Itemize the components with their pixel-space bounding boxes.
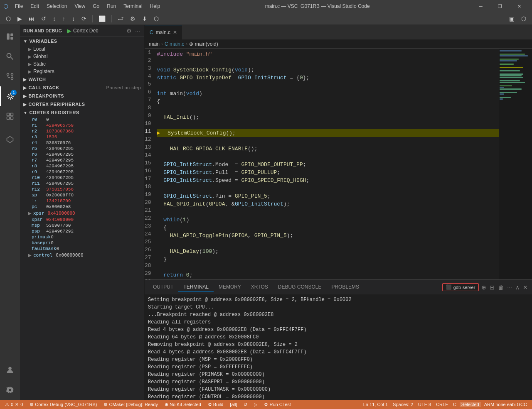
breadcrumb-file[interactable]: C main.c [165,41,184,47]
code-line-15[interactable]: GPIO_InitStruct.Mode = GPIO_MODE_OUTPUT_… [157,161,499,169]
code-line-9[interactable]: HAL_Init(); [157,113,499,121]
code-line-14[interactable] [157,153,499,161]
tab-memory[interactable]: MEMORY [214,282,246,292]
minimize-button[interactable]: ─ [471,0,490,12]
tab-xrtos[interactable]: XRTOS [246,282,273,292]
code-line-23[interactable]: { [157,224,499,232]
status-build[interactable]: ⚙ Build [206,402,225,407]
play-icon[interactable]: ▶ [67,27,71,34]
menu-terminal[interactable]: Terminal [120,2,145,10]
tab-debug-console[interactable]: DEBUG CONSOLE [273,282,327,292]
code-line-7[interactable]: { [157,98,499,105]
menu-edit[interactable]: Edit [27,2,42,10]
register-item-r3[interactable]: r3 1536 [20,134,144,140]
status-errors[interactable]: ⚠ 0 ✕ 0 [3,402,25,407]
registers-item[interactable]: ▶ Registers [20,68,144,75]
breadcrumb-main[interactable]: main [149,41,160,47]
toolbar-btn-2[interactable]: ▶ [15,14,25,23]
extra-register-item-primask[interactable]: primask 0 [20,234,144,240]
register-item-r10[interactable]: r10 4294967295 [20,175,144,181]
status-cmake[interactable]: ⚙ CMake: [Debug]: Ready [102,402,159,407]
code-line-11[interactable]: ▶ SystemClock_Config(); [157,129,499,137]
register-item-r11[interactable]: r11 4294967295 [20,181,144,186]
register-item-r1[interactable]: r1 4294965759 [20,122,144,128]
menu-view[interactable]: View [71,2,89,10]
code-line-17[interactable]: GPIO_InitStruct.Speed = GPIO_SPEED_FREQ_… [157,176,499,184]
terminal-close-btn[interactable]: ✕ [522,283,529,291]
code-line-18[interactable] [157,184,499,192]
terminal-more-btn[interactable]: ··· [506,283,513,291]
watch-section[interactable]: ▶ WATCH [20,75,144,83]
register-item-sp[interactable]: sp 0x20008ff0 [20,192,144,198]
toolbar-btn-5[interactable]: ↕ [50,14,58,23]
register-item-pc[interactable]: pc 0x80002e8 [20,204,144,210]
new-terminal-btn[interactable]: ⊕ [480,283,487,291]
extra-register-item-xpsr[interactable]: xpsr 0x41000000 [20,217,144,223]
register-item-r9[interactable]: r9 4294967295 [20,169,144,175]
code-line-2[interactable] [157,58,499,66]
activity-custom[interactable] [0,130,20,149]
register-item-r12[interactable]: r12 3758157056 [20,186,144,192]
code-line-1[interactable]: #include "main.h" [157,50,499,58]
menu-run[interactable]: Run [103,2,119,10]
tab-problems[interactable]: PROBLEMS [326,282,364,292]
register-item-r6[interactable]: r6 4294967295 [20,152,144,157]
control-expand-item[interactable]: ▶ control 0x00000000 [20,252,144,259]
activity-extensions[interactable] [0,106,20,126]
code-line-21[interactable] [157,208,499,216]
terminal-content[interactable]: Setting breakpoint @ address 0x080002E8,… [145,294,532,400]
activity-source-control[interactable] [0,66,20,86]
terminal-collapse-btn[interactable]: ∧ [515,283,520,291]
status-ctest[interactable]: ⚙ Run CTest [262,402,292,407]
activity-settings[interactable] [0,380,20,400]
register-item-r0[interactable]: r0 0 [20,117,144,122]
variables-section[interactable]: ▼ VARIABLES [20,37,144,45]
activity-search[interactable] [0,47,20,66]
menu-go[interactable]: Go [89,2,103,10]
code-line-28[interactable] [157,263,499,271]
maximize-button[interactable]: ❐ [490,0,510,12]
xpsr-expand-item[interactable]: ▶ xpsr 0x41000000 [20,210,144,217]
toolbar-btn-8[interactable]: ⟳ [79,14,89,23]
layout-btn-2[interactable]: ⬡ [519,14,529,23]
debug-more-btn[interactable]: ··· [134,27,141,35]
tab-output[interactable]: OUTPUT [148,282,178,292]
toolbar-btn-9[interactable]: ⬜ [96,14,108,23]
static-item[interactable]: ▶ Static [20,60,144,68]
status-spaces[interactable]: Spaces: 2 [391,402,415,407]
toolbar-btn-3[interactable]: ⏭ [26,14,37,23]
code-line-25[interactable] [157,240,499,247]
extra-register-item-basepri[interactable]: basepri 0 [20,240,144,246]
breadcrumb-func[interactable]: ⊕ main(void) [189,41,218,47]
code-line-8[interactable] [157,105,499,113]
status-selected[interactable]: Selected [460,402,481,407]
activity-debug[interactable]: 1 [0,86,20,106]
register-item-r8[interactable]: r8 4294967295 [20,163,144,169]
status-encoding[interactable]: UTF-8 [416,402,433,407]
code-line-4[interactable]: static GPIO_InitTypeDef GPIO_InitStruct … [157,74,499,82]
kill-terminal-btn[interactable]: 🗑 [497,283,505,291]
code-line-20[interactable]: HAL_GPIO_Init(GPIOA, &GPIO_InitStruct); [157,200,499,208]
toolbar-btn-13[interactable]: ⬡ [151,14,161,23]
local-item[interactable]: ▶ Local [20,45,144,53]
tab-close-btn[interactable]: ✕ [173,29,177,35]
extra-register-item-faultmask[interactable]: faultmask 0 [20,246,144,252]
code-line-3[interactable]: void SystemClock_Config(void); [157,66,499,74]
extra-register-item-msp[interactable]: msp 536907760 [20,223,144,228]
code-line-27[interactable]: } [157,255,499,263]
status-refresh[interactable]: ↺ [242,402,249,407]
gdb-server-badge[interactable]: ⬛ gdb-server [442,283,479,291]
layout-btn-1[interactable]: ▣ [507,14,517,23]
status-run-play[interactable]: ▷ [252,402,259,407]
status-line-endings[interactable]: CRLF [434,402,450,407]
menu-help[interactable]: Help [147,2,164,10]
status-cursor-pos[interactable]: Ln 11, Col 1 [362,402,389,407]
toolbar-btn-7[interactable]: ↓ [69,14,77,23]
toolbar-btn-1[interactable]: ⬡ [3,14,13,23]
debug-config-name[interactable]: Cortex Deb [73,28,99,34]
activity-account[interactable] [0,360,20,380]
debug-settings-btn[interactable]: ⚙ [126,27,133,35]
code-line-12[interactable] [157,137,499,145]
breakpoints-section[interactable]: ▶ BREAKPOINTS [20,92,144,100]
global-item[interactable]: ▶ Global [20,53,144,60]
